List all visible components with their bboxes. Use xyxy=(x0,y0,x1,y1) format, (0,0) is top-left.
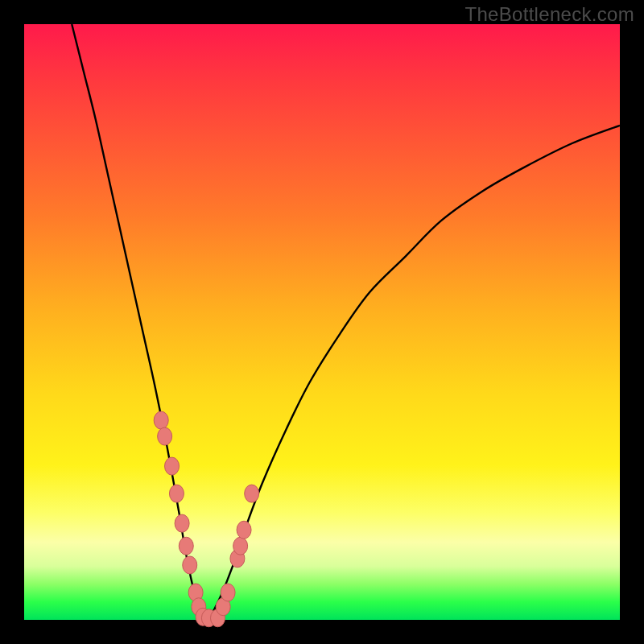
data-point xyxy=(237,521,251,539)
watermark-text: TheBottleneck.com xyxy=(464,3,634,26)
data-point xyxy=(233,537,248,555)
data-point xyxy=(165,457,180,475)
data-point xyxy=(169,485,184,502)
data-point xyxy=(221,584,235,601)
data-point xyxy=(179,537,193,555)
chart-frame: TheBottleneck.com xyxy=(0,0,644,644)
data-point xyxy=(245,485,259,502)
plot-area xyxy=(24,24,620,620)
data-point xyxy=(154,411,168,429)
data-point xyxy=(175,514,189,532)
data-point xyxy=(183,556,197,574)
data-point xyxy=(158,427,172,445)
data-points-layer xyxy=(24,24,620,620)
